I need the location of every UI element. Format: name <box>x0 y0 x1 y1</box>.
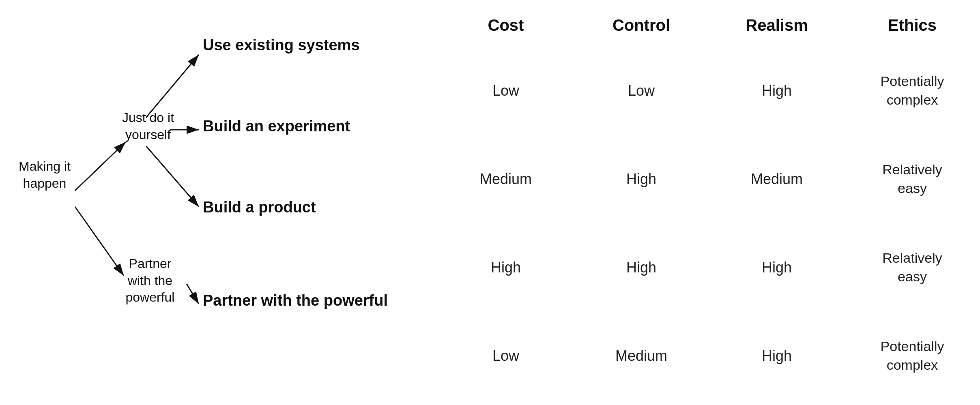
cell-row4-realism: High <box>709 312 845 400</box>
row-label-build-product: Build a product <box>203 199 316 216</box>
col-header-ethics: Ethics <box>845 12 980 47</box>
table-row: High High High Relatively easy <box>438 223 980 312</box>
col-header-cost: Cost <box>438 12 574 47</box>
label-partner-node: Partner with the powerful <box>107 255 193 306</box>
cell-row3-control: High <box>574 223 709 312</box>
row-label-build-experiment: Build an experiment <box>203 118 350 135</box>
cell-row1-realism: High <box>709 47 845 135</box>
diagram-section: Making it happen Just do it yourself Par… <box>0 0 430 405</box>
cell-row2-ethics: Relatively easy <box>845 135 980 223</box>
col-header-control: Control <box>574 12 709 47</box>
cell-row1-control: Low <box>574 47 709 135</box>
label-just-do-it-yourself: Just do it yourself <box>107 109 189 143</box>
table-row: Low Low High Potentially complex <box>438 47 980 135</box>
svg-line-3 <box>146 55 199 118</box>
cell-row3-realism: High <box>709 223 845 312</box>
row-label-use-existing: Use existing systems <box>203 36 360 54</box>
cell-row4-control: Medium <box>574 312 709 400</box>
cell-row2-cost: Medium <box>438 135 574 223</box>
svg-line-5 <box>146 146 199 207</box>
cell-row1-ethics: Potentially complex <box>845 47 980 135</box>
cell-row4-cost: Low <box>438 312 574 400</box>
table-section: Cost Control Realism Ethics Low Low High… <box>430 0 980 405</box>
cell-row2-control: High <box>574 135 709 223</box>
col-header-realism: Realism <box>709 12 845 47</box>
label-making-it-happen: Making it happen <box>4 158 85 192</box>
cell-row3-ethics: Relatively easy <box>845 223 980 312</box>
cell-row3-cost: High <box>438 223 574 312</box>
row-label-partner-powerful: Partner with the powerful <box>203 292 388 309</box>
cell-row2-realism: Medium <box>709 135 845 223</box>
table-row: Medium High Medium Relatively easy <box>438 135 980 223</box>
cell-row4-ethics: Potentially complex <box>845 312 980 400</box>
main-container: Making it happen Just do it yourself Par… <box>0 0 980 405</box>
cell-row1-cost: Low <box>438 47 574 135</box>
comparison-table: Cost Control Realism Ethics Low Low High… <box>438 12 980 400</box>
table-row: Low Medium High Potentially complex <box>438 312 980 400</box>
